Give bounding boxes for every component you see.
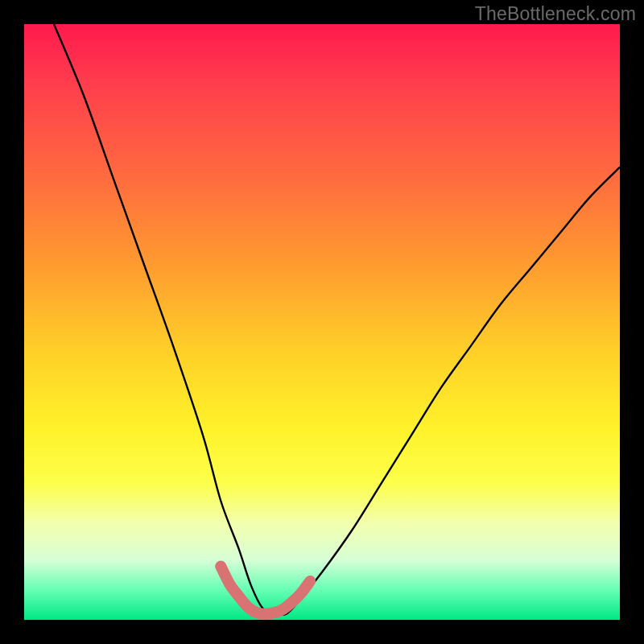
- watermark-text: TheBottleneck.com: [475, 3, 636, 25]
- curve-layer: [24, 24, 620, 620]
- highlight-u: [221, 566, 310, 613]
- bottleneck-curve: [54, 24, 620, 615]
- chart-frame: TheBottleneck.com: [0, 0, 644, 644]
